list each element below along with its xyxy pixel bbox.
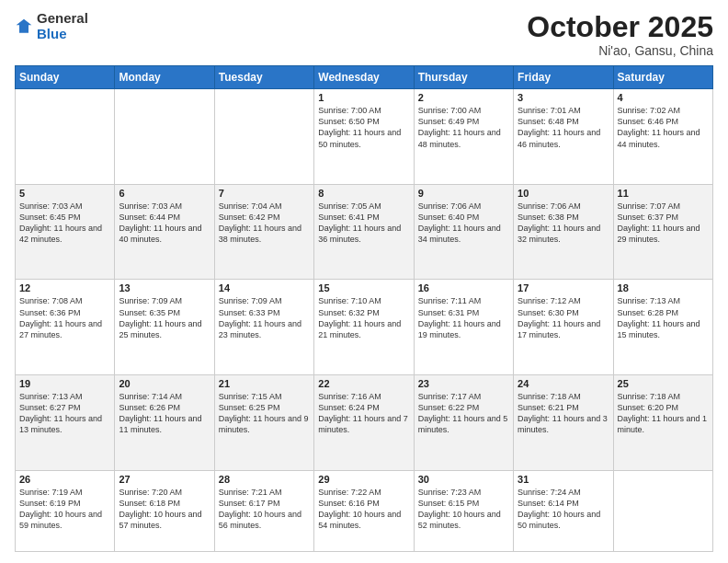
calendar-cell: 16Sunrise: 7:11 AM Sunset: 6:31 PM Dayli…: [414, 280, 513, 375]
day-number: 14: [219, 282, 310, 293]
cell-content: Sunrise: 7:15 AM Sunset: 6:25 PM Dayligh…: [219, 391, 310, 436]
day-number: 21: [219, 378, 310, 389]
calendar-cell: [613, 470, 712, 551]
cell-content: Sunrise: 7:20 AM Sunset: 6:18 PM Dayligh…: [119, 487, 210, 532]
calendar-cell: 2Sunrise: 7:00 AM Sunset: 6:49 PM Daylig…: [414, 89, 513, 185]
calendar-week-row: 12Sunrise: 7:08 AM Sunset: 6:36 PM Dayli…: [16, 280, 713, 375]
day-number: 3: [518, 92, 609, 103]
day-number: 1: [318, 92, 409, 103]
calendar-cell: 13Sunrise: 7:09 AM Sunset: 6:35 PM Dayli…: [115, 280, 214, 375]
calendar-week-row: 5Sunrise: 7:03 AM Sunset: 6:45 PM Daylig…: [16, 184, 713, 280]
day-number: 6: [119, 188, 210, 199]
calendar-cell: [214, 89, 313, 185]
header: General Blue October 2025 Ni'ao, Gansu, …: [15, 11, 713, 58]
cell-content: Sunrise: 7:11 AM Sunset: 6:31 PM Dayligh…: [418, 295, 509, 340]
calendar-cell: 26Sunrise: 7:19 AM Sunset: 6:19 PM Dayli…: [16, 470, 115, 551]
cell-content: Sunrise: 7:23 AM Sunset: 6:15 PM Dayligh…: [418, 487, 509, 532]
cell-content: Sunrise: 7:13 AM Sunset: 6:28 PM Dayligh…: [618, 295, 709, 340]
day-number: 11: [618, 188, 709, 199]
calendar-cell: 28Sunrise: 7:21 AM Sunset: 6:17 PM Dayli…: [214, 470, 313, 551]
day-of-week-header: Wednesday: [314, 66, 414, 89]
day-number: 26: [19, 474, 110, 485]
day-of-week-header: Sunday: [16, 66, 115, 89]
day-number: 10: [518, 188, 609, 199]
day-number: 5: [19, 188, 110, 199]
cell-content: Sunrise: 7:22 AM Sunset: 6:16 PM Dayligh…: [318, 487, 409, 532]
cell-content: Sunrise: 7:02 AM Sunset: 6:46 PM Dayligh…: [618, 105, 709, 150]
calendar-cell: 12Sunrise: 7:08 AM Sunset: 6:36 PM Dayli…: [16, 280, 115, 375]
calendar-cell: 8Sunrise: 7:05 AM Sunset: 6:41 PM Daylig…: [314, 184, 414, 280]
calendar-cell: 27Sunrise: 7:20 AM Sunset: 6:18 PM Dayli…: [115, 470, 214, 551]
calendar-cell: [115, 89, 214, 185]
calendar-cell: 24Sunrise: 7:18 AM Sunset: 6:21 PM Dayli…: [514, 374, 613, 470]
calendar-cell: 15Sunrise: 7:10 AM Sunset: 6:32 PM Dayli…: [314, 280, 414, 375]
day-number: 24: [518, 378, 609, 389]
calendar-cell: 14Sunrise: 7:09 AM Sunset: 6:33 PM Dayli…: [214, 280, 313, 375]
calendar-table: SundayMondayTuesdayWednesdayThursdayFrid…: [15, 65, 713, 552]
calendar-cell: 22Sunrise: 7:16 AM Sunset: 6:24 PM Dayli…: [314, 374, 414, 470]
month-title: October 2025: [527, 11, 713, 43]
calendar-cell: 11Sunrise: 7:07 AM Sunset: 6:37 PM Dayli…: [613, 184, 712, 280]
cell-content: Sunrise: 7:03 AM Sunset: 6:44 PM Dayligh…: [119, 201, 210, 246]
calendar-cell: [16, 89, 115, 185]
day-of-week-header: Saturday: [613, 66, 712, 89]
cell-content: Sunrise: 7:16 AM Sunset: 6:24 PM Dayligh…: [318, 391, 409, 436]
day-number: 22: [318, 378, 409, 389]
day-number: 7: [219, 188, 310, 199]
logo-text: General Blue: [37, 11, 88, 41]
calendar-cell: 4Sunrise: 7:02 AM Sunset: 6:46 PM Daylig…: [613, 89, 712, 185]
cell-content: Sunrise: 7:08 AM Sunset: 6:36 PM Dayligh…: [19, 295, 110, 340]
day-number: 8: [318, 188, 409, 199]
calendar-cell: 7Sunrise: 7:04 AM Sunset: 6:42 PM Daylig…: [214, 184, 313, 280]
cell-content: Sunrise: 7:09 AM Sunset: 6:35 PM Dayligh…: [119, 295, 210, 340]
cell-content: Sunrise: 7:17 AM Sunset: 6:22 PM Dayligh…: [418, 391, 509, 436]
cell-content: Sunrise: 7:18 AM Sunset: 6:21 PM Dayligh…: [518, 391, 609, 436]
logo-general-text: General: [37, 10, 88, 26]
title-area: October 2025 Ni'ao, Gansu, China: [527, 11, 713, 58]
day-number: 29: [318, 474, 409, 485]
calendar-cell: 21Sunrise: 7:15 AM Sunset: 6:25 PM Dayli…: [214, 374, 313, 470]
svg-marker-0: [17, 18, 32, 32]
calendar-cell: 30Sunrise: 7:23 AM Sunset: 6:15 PM Dayli…: [414, 470, 513, 551]
day-number: 27: [119, 474, 210, 485]
day-number: 30: [418, 474, 509, 485]
day-number: 15: [318, 282, 409, 293]
cell-content: Sunrise: 7:04 AM Sunset: 6:42 PM Dayligh…: [219, 201, 310, 246]
cell-content: Sunrise: 7:12 AM Sunset: 6:30 PM Dayligh…: [518, 295, 609, 340]
day-number: 12: [19, 282, 110, 293]
cell-content: Sunrise: 7:03 AM Sunset: 6:45 PM Dayligh…: [19, 201, 110, 246]
calendar-cell: 10Sunrise: 7:06 AM Sunset: 6:38 PM Dayli…: [514, 184, 613, 280]
cell-content: Sunrise: 7:01 AM Sunset: 6:48 PM Dayligh…: [518, 105, 609, 150]
calendar-cell: 3Sunrise: 7:01 AM Sunset: 6:48 PM Daylig…: [514, 89, 613, 185]
cell-content: Sunrise: 7:19 AM Sunset: 6:19 PM Dayligh…: [19, 487, 110, 532]
calendar-cell: 9Sunrise: 7:06 AM Sunset: 6:40 PM Daylig…: [414, 184, 513, 280]
cell-content: Sunrise: 7:10 AM Sunset: 6:32 PM Dayligh…: [318, 295, 409, 340]
cell-content: Sunrise: 7:21 AM Sunset: 6:17 PM Dayligh…: [219, 487, 310, 532]
location-subtitle: Ni'ao, Gansu, China: [527, 43, 713, 58]
cell-content: Sunrise: 7:13 AM Sunset: 6:27 PM Dayligh…: [19, 391, 110, 436]
calendar-cell: 20Sunrise: 7:14 AM Sunset: 6:26 PM Dayli…: [115, 374, 214, 470]
day-number: 2: [418, 92, 509, 103]
day-of-week-header: Tuesday: [214, 66, 313, 89]
calendar-cell: 29Sunrise: 7:22 AM Sunset: 6:16 PM Dayli…: [314, 470, 414, 551]
day-of-week-header: Friday: [514, 66, 613, 89]
calendar-week-row: 1Sunrise: 7:00 AM Sunset: 6:50 PM Daylig…: [16, 89, 713, 185]
calendar-week-row: 26Sunrise: 7:19 AM Sunset: 6:19 PM Dayli…: [16, 470, 713, 551]
calendar-cell: 17Sunrise: 7:12 AM Sunset: 6:30 PM Dayli…: [514, 280, 613, 375]
calendar-cell: 5Sunrise: 7:03 AM Sunset: 6:45 PM Daylig…: [16, 184, 115, 280]
calendar-cell: 23Sunrise: 7:17 AM Sunset: 6:22 PM Dayli…: [414, 374, 513, 470]
day-number: 9: [418, 188, 509, 199]
cell-content: Sunrise: 7:00 AM Sunset: 6:50 PM Dayligh…: [318, 105, 409, 150]
calendar-cell: 1Sunrise: 7:00 AM Sunset: 6:50 PM Daylig…: [314, 89, 414, 185]
calendar-header-row: SundayMondayTuesdayWednesdayThursdayFrid…: [16, 66, 713, 89]
logo-icon: [15, 17, 33, 36]
day-number: 25: [618, 378, 709, 389]
calendar-cell: 25Sunrise: 7:18 AM Sunset: 6:20 PM Dayli…: [613, 374, 712, 470]
day-number: 18: [618, 282, 709, 293]
cell-content: Sunrise: 7:06 AM Sunset: 6:38 PM Dayligh…: [518, 201, 609, 246]
day-number: 4: [618, 92, 709, 103]
logo-blue-text: Blue: [37, 26, 67, 41]
day-number: 17: [518, 282, 609, 293]
calendar-cell: 31Sunrise: 7:24 AM Sunset: 6:14 PM Dayli…: [514, 470, 613, 551]
day-number: 28: [219, 474, 310, 485]
